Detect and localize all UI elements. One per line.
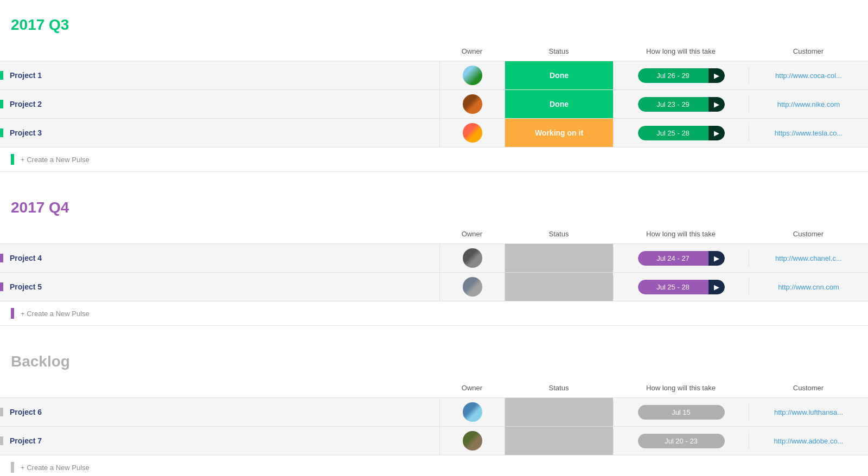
status-badge [505,244,613,272]
row-name-cell: Project 4 [0,249,439,267]
row-status-cell[interactable] [505,273,613,301]
table-row-2-1[interactable]: Project 7Jul 20 - 23http://www.adobe.co.… [0,427,868,455]
create-pulse-indicator [11,308,14,319]
header-status: Status [505,45,613,57]
row-name-cell: Project 7 [0,432,439,449]
row-owner-cell[interactable] [439,90,505,118]
avatar [463,277,482,297]
project-name: Project 6 [10,408,42,416]
group-indicator [0,436,3,445]
status-badge [505,273,613,301]
group-title-q4: 2017 Q4 [0,194,868,224]
create-pulse-label: + Create a New Pulse [21,310,90,318]
row-customer-cell[interactable]: http://www.cnn.com [749,279,868,295]
table-header-q4: OwnerStatusHow long will this takeCustom… [0,224,868,244]
group-title-backlog: Backlog [0,348,868,378]
group-indicator [0,254,3,262]
timeline-left: Jul 24 - 27 [638,251,709,266]
row-owner-cell[interactable] [439,61,505,89]
row-customer-cell[interactable]: http://www.chanel.c... [749,250,868,267]
header-timeline: How long will this take [613,45,749,57]
create-pulse-backlog[interactable]: + Create a New Pulse [0,455,868,476]
table-q4: OwnerStatusHow long will this takeCustom… [0,224,868,326]
create-pulse-label: + Create a New Pulse [21,464,90,472]
row-timeline-cell[interactable]: Jul 25 - 28▶ [613,275,749,299]
timeline-badge: Jul 26 - 29▶ [638,68,725,83]
timeline-right: ▶ [709,97,725,112]
row-customer-cell[interactable]: http://www.adobe.co... [749,433,868,449]
status-badge [505,398,613,426]
row-status-cell[interactable] [505,398,613,426]
timeline-right: ▶ [709,68,725,83]
status-badge: Done [505,90,613,118]
row-owner-cell[interactable] [439,244,505,272]
header-status: Status [505,382,613,394]
row-status-cell[interactable]: Working on it [505,119,613,147]
row-customer-cell[interactable]: https://www.tesla.co... [749,125,868,141]
group-section-q3: 2017 Q3OwnerStatusHow long will this tak… [0,11,868,172]
header-customer: Customer [749,382,868,394]
table-row-0-0[interactable]: Project 1DoneJul 26 - 29▶http://www.coca… [0,61,868,90]
avatar [463,402,482,422]
row-customer-cell[interactable]: http://www.lufthansa... [749,404,868,421]
row-status-cell[interactable] [505,427,613,455]
table-header-backlog: OwnerStatusHow long will this takeCustom… [0,378,868,398]
header-customer: Customer [749,228,868,240]
avatar [463,431,482,451]
row-name-cell: Project 3 [0,124,439,141]
row-timeline-cell[interactable]: Jul 25 - 28▶ [613,121,749,145]
row-name-cell: Project 1 [0,67,439,84]
timeline-badge: Jul 23 - 29▶ [638,97,725,112]
row-timeline-cell[interactable]: Jul 20 - 23 [613,429,749,453]
table-row-1-0[interactable]: Project 4Jul 24 - 27▶http://www.chanel.c… [0,244,868,273]
timeline-left: Jul 23 - 29 [638,97,709,112]
timeline-left: Jul 25 - 28 [638,126,709,140]
timeline-left: Jul 26 - 29 [638,68,709,83]
group-section-q4: 2017 Q4OwnerStatusHow long will this tak… [0,194,868,326]
row-status-cell[interactable] [505,244,613,272]
avatar [463,94,482,114]
status-badge: Working on it [505,119,613,147]
row-owner-cell[interactable] [439,119,505,147]
create-pulse-q3[interactable]: + Create a New Pulse [0,147,868,172]
table-row-0-2[interactable]: Project 3Working on itJul 25 - 28▶https:… [0,119,868,147]
status-badge [505,427,613,455]
header-owner: Owner [439,382,505,394]
header-timeline: How long will this take [613,382,749,394]
table-backlog: OwnerStatusHow long will this takeCustom… [0,378,868,476]
header-owner: Owner [439,228,505,240]
create-pulse-q4[interactable]: + Create a New Pulse [0,301,868,326]
row-customer-cell[interactable]: http://www.coca-col... [749,67,868,84]
timeline-left: Jul 25 - 28 [638,280,709,294]
create-pulse-label: + Create a New Pulse [21,156,90,164]
table-row-1-1[interactable]: Project 5Jul 25 - 28▶http://www.cnn.com [0,273,868,301]
row-owner-cell[interactable] [439,427,505,455]
header-name [0,382,439,394]
table-row-2-0[interactable]: Project 6Jul 15http://www.lufthansa... [0,398,868,427]
timeline-badge: Jul 15 [638,405,725,420]
table-header-q3: OwnerStatusHow long will this takeCustom… [0,42,868,61]
group-title-q3: 2017 Q3 [0,11,868,42]
row-status-cell[interactable]: Done [505,90,613,118]
row-timeline-cell[interactable]: Jul 23 - 29▶ [613,93,749,116]
group-indicator [0,128,3,137]
header-name [0,228,439,240]
row-timeline-cell[interactable]: Jul 15 [613,401,749,424]
table-row-0-1[interactable]: Project 2DoneJul 23 - 29▶http://www.nike… [0,90,868,119]
row-name-cell: Project 5 [0,278,439,295]
row-timeline-cell[interactable]: Jul 26 - 29▶ [613,64,749,87]
page-container: 2017 Q3OwnerStatusHow long will this tak… [0,0,868,476]
timeline-right: ▶ [709,126,725,140]
row-owner-cell[interactable] [439,273,505,301]
create-pulse-indicator [11,462,14,473]
row-timeline-cell[interactable]: Jul 24 - 27▶ [613,247,749,270]
group-indicator [0,100,3,108]
row-customer-cell[interactable]: http://www.nike.com [749,96,868,113]
row-owner-cell[interactable] [439,398,505,426]
project-name: Project 1 [10,71,42,80]
row-status-cell[interactable]: Done [505,61,613,89]
table-q3: OwnerStatusHow long will this takeCustom… [0,42,868,172]
header-timeline: How long will this take [613,228,749,240]
avatar [463,123,482,143]
project-name: Project 2 [10,100,42,108]
